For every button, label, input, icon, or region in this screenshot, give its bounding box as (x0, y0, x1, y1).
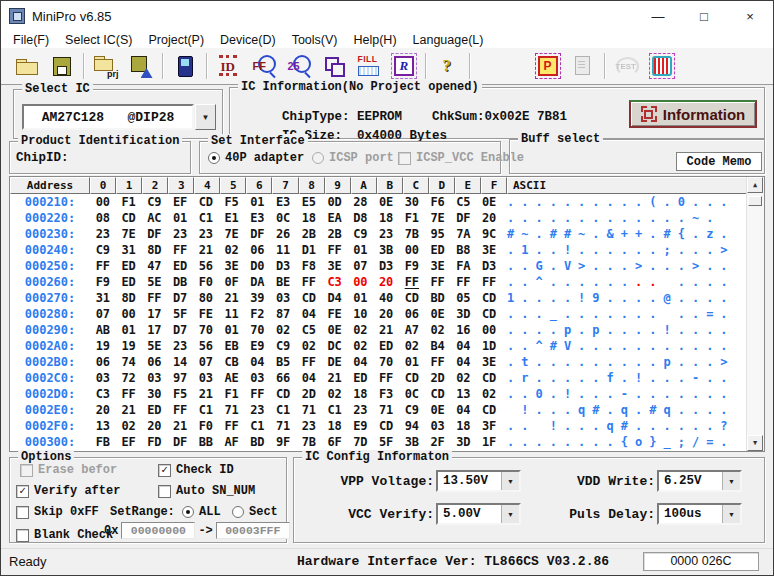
hex-byte[interactable]: 7B (399, 227, 425, 241)
hex-byte[interactable]: 3D (451, 307, 477, 321)
save-project-button[interactable] (123, 51, 158, 81)
hex-byte[interactable]: 95 (425, 227, 451, 241)
hex-byte[interactable]: 00 (476, 323, 502, 337)
hex-byte[interactable]: C9 (399, 403, 425, 417)
hex-byte[interactable]: 05 (451, 291, 477, 305)
hex-byte[interactable]: 7E (219, 227, 245, 241)
hex-byte[interactable]: 56 (193, 259, 219, 273)
hex-byte[interactable]: 19 (116, 339, 142, 353)
hex-byte[interactable]: FF (399, 275, 425, 289)
hex-byte[interactable]: 2B (296, 227, 322, 241)
hex-byte[interactable]: 71 (296, 403, 322, 417)
hex-byte[interactable]: D0 (245, 259, 271, 273)
hex-byte[interactable]: 97 (167, 371, 193, 385)
hex-byte[interactable]: 72 (116, 371, 142, 385)
hex-byte[interactable]: 3E (476, 243, 502, 257)
hex-byte[interactable]: AE (219, 371, 245, 385)
hex-byte[interactable]: CD (116, 211, 142, 225)
hex-byte[interactable]: 08 (90, 211, 116, 225)
hex-byte[interactable]: E1 (219, 211, 245, 225)
hex-byte[interactable]: 02 (219, 243, 245, 257)
hex-byte[interactable]: 30 (142, 387, 168, 401)
hex-ascii[interactable]: .1..!......;...> (502, 243, 747, 257)
hex-byte[interactable]: FF (296, 275, 322, 289)
hex-byte[interactable]: DE (322, 355, 348, 369)
hex-byte[interactable]: B8 (451, 243, 477, 257)
menu-item-file-f[interactable]: File(F) (5, 32, 57, 48)
chevron-down-icon[interactable]: ▼ (722, 472, 740, 490)
select-ic-dropdown-button[interactable]: ▼ (195, 104, 216, 130)
hex-byte[interactable]: EA (322, 211, 348, 225)
hex-byte[interactable]: F2 (245, 307, 271, 321)
save-file-button[interactable] (44, 51, 79, 81)
hex-byte[interactable]: 7E (116, 227, 142, 241)
hex-byte[interactable]: B5 (270, 355, 296, 369)
hex-byte[interactable]: 1F (476, 435, 502, 449)
hex-byte[interactable]: 18 (348, 387, 374, 401)
hex-byte[interactable]: 01 (348, 243, 374, 257)
setrange-sect-radio[interactable]: Sect (232, 505, 278, 519)
chevron-down-icon[interactable]: ▼ (722, 505, 740, 523)
hex-byte[interactable]: 71 (373, 403, 399, 417)
hex-byte[interactable]: CD (425, 387, 451, 401)
hex-byte[interactable]: DF (167, 435, 193, 449)
hex-byte[interactable]: 04 (451, 403, 477, 417)
hex-byte[interactable]: F9 (399, 259, 425, 273)
vpp-voltage-combo[interactable]: 13.50V ▼ (436, 470, 521, 492)
menu-item-tools-v[interactable]: Tools(V) (284, 32, 346, 48)
hex-byte[interactable]: EF (116, 435, 142, 449)
minimize-button[interactable]: — (635, 1, 681, 31)
scroll-down-button[interactable]: ▼ (747, 435, 763, 451)
hex-byte[interactable]: 18 (296, 211, 322, 225)
copy-buffer-button[interactable] (316, 51, 351, 81)
hex-byte[interactable]: 02 (451, 371, 477, 385)
hex-byte[interactable]: 23 (193, 227, 219, 241)
hex-byte[interactable]: ED (348, 371, 374, 385)
close-button[interactable]: × (727, 1, 773, 31)
hex-byte[interactable]: 21 (193, 243, 219, 257)
hex-byte[interactable]: 5E (142, 339, 168, 353)
hex-byte[interactable]: C1 (270, 403, 296, 417)
hex-byte[interactable]: FF (322, 243, 348, 257)
chevron-down-icon[interactable]: ▼ (501, 472, 519, 490)
hex-byte[interactable]: 20 (90, 403, 116, 417)
hex-byte[interactable]: 5F (167, 307, 193, 321)
hex-byte[interactable]: 28 (348, 195, 374, 209)
vertical-scrollbar[interactable]: ▲ ▼ (746, 177, 764, 451)
hex-byte[interactable]: 7A (451, 227, 477, 241)
hex-byte[interactable]: 02 (348, 339, 374, 353)
hex-byte[interactable]: BD (245, 435, 271, 449)
hex-byte[interactable]: CD (373, 419, 399, 433)
hex-byte[interactable]: ED (373, 339, 399, 353)
hex-byte[interactable]: 01 (219, 323, 245, 337)
hex-byte[interactable]: 00 (399, 243, 425, 257)
hex-byte[interactable]: 0E (425, 403, 451, 417)
hex-byte[interactable]: 3E (476, 355, 502, 369)
hex-byte[interactable]: 47 (142, 259, 168, 273)
puls-delay-combo[interactable]: 100us ▼ (657, 503, 742, 525)
hex-byte[interactable]: F6 (425, 195, 451, 209)
hex-ascii[interactable]: ..0.!...-....... (502, 387, 747, 401)
hex-byte[interactable]: 70 (373, 355, 399, 369)
hex-byte[interactable]: 06 (142, 355, 168, 369)
hex-byte[interactable]: AF (219, 435, 245, 449)
hex-byte[interactable]: 80 (193, 291, 219, 305)
hex-ascii[interactable]: ..........(.0... (502, 195, 747, 209)
hex-byte[interactable]: 31 (116, 243, 142, 257)
hex-byte[interactable]: E9 (348, 419, 374, 433)
hex-byte[interactable]: C9 (142, 195, 168, 209)
hex-byte[interactable]: FE (322, 307, 348, 321)
hex-byte[interactable]: 00 (116, 307, 142, 321)
hex-byte[interactable]: D4 (322, 291, 348, 305)
hex-byte[interactable]: E9 (245, 339, 271, 353)
hex-byte[interactable]: 56 (193, 339, 219, 353)
vdd-write-combo[interactable]: 6.25V ▼ (657, 470, 742, 492)
hex-byte[interactable]: 02 (270, 323, 296, 337)
hex-byte[interactable]: 00 (348, 275, 374, 289)
scrollbar-thumb[interactable] (748, 196, 762, 206)
hex-byte[interactable]: 03 (425, 419, 451, 433)
hex-byte[interactable]: 02 (116, 419, 142, 433)
hex-byte[interactable]: 18 (451, 419, 477, 433)
hex-byte[interactable]: 03 (142, 371, 168, 385)
hex-byte[interactable]: 3B (399, 435, 425, 449)
